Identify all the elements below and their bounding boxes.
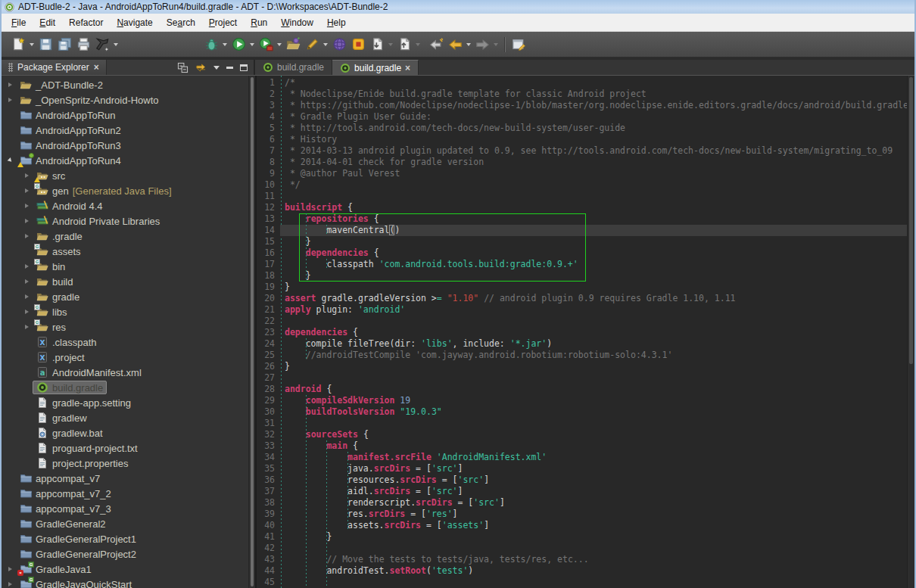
tree-item-appcompat-v7-2[interactable]: appcompat_v7_2 (2, 486, 248, 501)
tree-collapsed-arrow[interactable] (21, 234, 33, 238)
editor-scrollbar-thumb[interactable] (909, 77, 913, 364)
new-button[interactable] (9, 35, 28, 54)
tree-collapsed-arrow[interactable] (21, 204, 33, 208)
tree-item-proguard-project-txt[interactable]: proguard-project.txt (2, 440, 248, 456)
tree-expanded-arrow[interactable] (5, 158, 16, 163)
run-external-tools-dropdown[interactable] (277, 43, 282, 46)
tree-item-src[interactable]: src (2, 168, 248, 183)
menu-search[interactable]: Search (160, 15, 202, 30)
debug-button[interactable] (202, 35, 221, 54)
tree-item-gradle-app-setting[interactable]: gradle-app.setting (2, 395, 248, 410)
collapse-all-button[interactable] (177, 62, 188, 73)
tree-item-classpath[interactable]: .classpath (2, 334, 248, 350)
tree-scrollbar-thumb[interactable] (251, 77, 254, 586)
menu-window[interactable]: Window (274, 15, 320, 30)
next-annotation-dropdown[interactable] (388, 43, 393, 46)
run-button[interactable] (229, 35, 248, 54)
tree-item-gen[interactable]: Ggen [Generated Java Files] (2, 183, 248, 198)
previous-annotation-button[interactable] (395, 35, 414, 54)
tree-item-bin[interactable]: Gbin (2, 259, 248, 274)
avd-manager-button[interactable] (349, 35, 368, 54)
tree-item-libs[interactable]: Glibs (2, 304, 248, 319)
minimize-view-button[interactable] (226, 67, 233, 69)
tree-collapsed-arrow[interactable] (21, 325, 33, 329)
editor-tab-build-gradle-1[interactable]: build.gradle (255, 60, 332, 75)
tree-item-appcompat-v7[interactable]: appcompat_v7 (2, 471, 248, 486)
tree-collapsed-arrow[interactable] (5, 582, 16, 586)
tree-item-project-properties[interactable]: project.properties (2, 456, 248, 471)
close-tab-icon[interactable]: × (405, 64, 410, 73)
tree-scrollbar[interactable] (248, 76, 255, 588)
menu-edit[interactable]: Edit (33, 15, 62, 30)
tree-item-android-4-4[interactable]: Android 4.4 (2, 198, 248, 213)
tree-collapsed-arrow[interactable] (5, 82, 16, 87)
code-area[interactable]: /* * Nodeclipse/Enide build.gradle templ… (280, 76, 907, 588)
line-number-gutter[interactable]: 1234567891011121314151617181920212223242… (257, 76, 280, 588)
tree-item-androidmanifest-xml[interactable]: AndroidManifest.xml (2, 365, 248, 380)
run-dropdown[interactable] (250, 43, 254, 46)
device-monitor-button[interactable] (330, 35, 349, 54)
tree-item-gradlew[interactable]: gradlew (2, 410, 248, 425)
menu-run[interactable]: Run (244, 15, 274, 30)
tree-item-build-gradle[interactable]: build.gradle (2, 380, 248, 395)
lint-pen-dropdown[interactable] (323, 43, 328, 46)
tree-collapsed-arrow[interactable] (5, 98, 16, 102)
tree-collapsed-arrow[interactable] (21, 264, 33, 269)
forward-button[interactable] (473, 35, 492, 54)
menu-navigate[interactable]: Navigate (110, 15, 159, 30)
run-external-tools-button[interactable] (257, 35, 276, 54)
tree-item-gradle[interactable]: gradle (2, 289, 248, 304)
tree-collapsed-arrow[interactable] (21, 294, 33, 299)
editor-scrollbar[interactable] (907, 76, 914, 588)
tree-item-androidapptorun3[interactable]: AndroidAppToRun3 (2, 138, 248, 153)
tree-collapsed-arrow[interactable] (21, 173, 33, 178)
menu-file[interactable]: File (5, 15, 33, 30)
maximize-view-button[interactable] (240, 64, 248, 71)
tree-item-adt-bundle-2[interactable]: _ADT-Bundle-2 (2, 77, 248, 92)
search-button[interactable] (93, 35, 112, 54)
last-edit-location-button[interactable] (427, 35, 446, 54)
pin-editor-button[interactable] (509, 35, 528, 54)
forward-dropdown[interactable] (494, 43, 498, 46)
new-dropdown[interactable] (30, 43, 34, 46)
editor-tab-build-gradle-2[interactable]: build.gradle× (332, 60, 419, 75)
tree-item-build[interactable]: build (2, 274, 248, 289)
search-dropdown[interactable] (114, 43, 118, 46)
tree-item-androidapptorun2[interactable]: AndroidAppToRun2 (2, 123, 248, 138)
menu-help[interactable]: Help (320, 15, 353, 30)
tree-item-assets[interactable]: Gassets (2, 244, 248, 259)
previous-annotation-dropdown[interactable] (416, 43, 420, 46)
lint-pen-button[interactable] (303, 35, 322, 54)
tree-item-appcompat-v7-3[interactable]: appcompat_v7_3 (2, 501, 248, 516)
close-view-icon[interactable]: × (94, 63, 99, 72)
back-button[interactable] (446, 35, 465, 54)
save-all-button[interactable] (55, 35, 74, 54)
tree-item-openspritz-android-howto[interactable]: _OpenSpritz-Android-Howto (2, 92, 248, 107)
link-with-editor-button[interactable] (195, 62, 207, 73)
tree-item-gradlegeneral2[interactable]: GradleGeneral2 (2, 516, 248, 531)
tree-item-androidapptorun[interactable]: AndroidAppToRun (2, 107, 248, 123)
view-menu-button[interactable] (213, 66, 220, 70)
tree-item-res[interactable]: Gres (2, 319, 248, 334)
tree-item-android-private-libraries[interactable]: Android Private Libraries (2, 213, 248, 229)
tree-collapsed-arrow[interactable] (21, 279, 33, 284)
tree-item-gradle[interactable]: .gradle (2, 229, 248, 244)
back-dropdown[interactable] (466, 43, 471, 46)
tree-item-gradlegeneralproject2[interactable]: GradleGeneralProject2 (2, 546, 248, 562)
project-tree[interactable]: _ADT-Bundle-2_OpenSpritz-Android-HowtoAn… (2, 76, 248, 588)
tree-item-gradlejava1[interactable]: ×GGradleJava1 (2, 562, 248, 577)
menu-refactor[interactable]: Refactor (62, 15, 110, 30)
tree-item-gradlejavaquickstart[interactable]: GGradleJavaQuickStart (2, 577, 248, 588)
menu-project[interactable]: Project (202, 15, 244, 30)
save-button[interactable] (36, 35, 55, 54)
tree-item-gradlew-bat[interactable]: gradlew.bat (2, 425, 248, 440)
tree-item-project[interactable]: .project (2, 350, 248, 365)
tree-item-gradlegeneralproject1[interactable]: GradleGeneralProject1 (2, 531, 248, 546)
android-sdk-manager-button[interactable] (284, 35, 303, 54)
print-button[interactable] (74, 35, 93, 54)
tree-collapsed-arrow[interactable] (21, 219, 33, 223)
tree-collapsed-arrow[interactable] (5, 567, 16, 571)
debug-dropdown[interactable] (223, 43, 227, 46)
tree-collapsed-arrow[interactable] (21, 310, 33, 314)
next-annotation-button[interactable] (368, 35, 387, 54)
